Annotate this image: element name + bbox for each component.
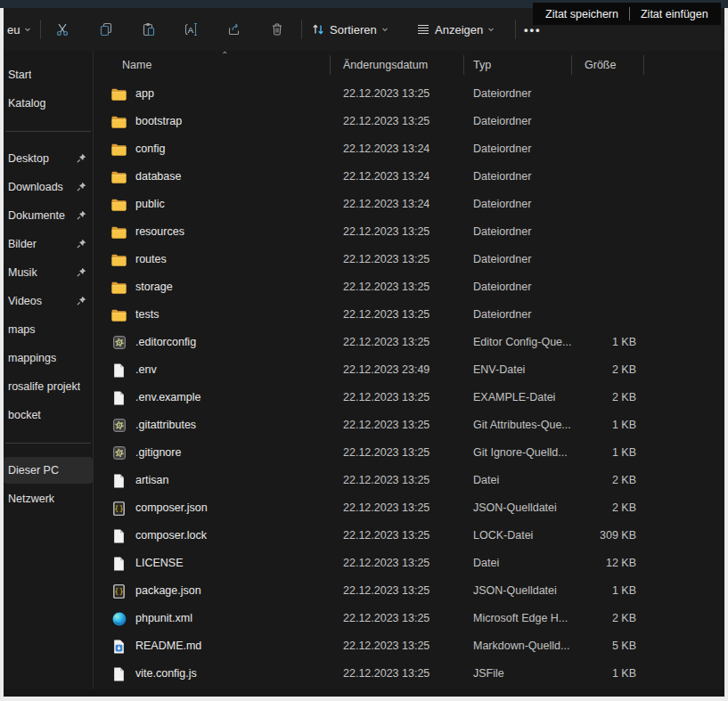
sidebar-item-mappings[interactable]: mappings bbox=[4, 345, 93, 371]
file-size: 2 KB bbox=[557, 612, 636, 624]
json-file-icon: {} bbox=[111, 583, 127, 599]
rename-button[interactable]: A bbox=[184, 13, 200, 45]
column-separator[interactable] bbox=[643, 55, 644, 75]
rename-icon: A bbox=[184, 21, 200, 37]
folder-icon bbox=[111, 252, 127, 267]
file-date: 22.12.2023 13:25 bbox=[343, 308, 429, 321]
file-row[interactable]: tests22.12.2023 13:25Dateiordner bbox=[94, 301, 724, 329]
sidebar-item-videos[interactable]: Videos bbox=[4, 288, 93, 314]
file-row[interactable]: resources22.12.2023 13:25Dateiordner bbox=[94, 218, 724, 246]
paste-button[interactable] bbox=[141, 13, 157, 45]
sidebar-item-maps[interactable]: maps bbox=[4, 316, 93, 343]
file-list: app22.12.2023 13:25Dateiordner bootstrap… bbox=[94, 80, 724, 688]
file-row[interactable]: vite.config.js22.12.2023 13:25JSFile1 KB bbox=[94, 660, 724, 688]
sidebar-item-bocket[interactable]: bocket bbox=[4, 402, 93, 428]
file-row[interactable]: phpunit.xml22.12.2023 13:25Microsoft Edg… bbox=[94, 605, 724, 632]
view-button[interactable]: Anzeigen bbox=[415, 13, 495, 45]
file-date: 22.12.2023 13:24 bbox=[343, 143, 429, 155]
column-header-name[interactable]: Name bbox=[122, 59, 151, 71]
file-type: Dateiordner bbox=[473, 170, 531, 183]
column-header-date[interactable]: Änderungsdatum bbox=[343, 59, 428, 71]
sidebar-item-rosalife-projekt[interactable]: rosalife projekt bbox=[4, 373, 93, 400]
file-name: storage bbox=[135, 281, 173, 293]
sidebar-item-musik[interactable]: Musik bbox=[4, 259, 93, 286]
column-separator[interactable] bbox=[330, 55, 331, 75]
file-row[interactable]: {} package.json22.12.2023 13:25JSON-Quel… bbox=[94, 577, 724, 605]
file-row[interactable]: .gitignore22.12.2023 13:25Git Ignore-Que… bbox=[94, 439, 724, 467]
file-size: 12 KB bbox=[557, 557, 636, 569]
sidebar-item-label: Musik bbox=[4, 266, 37, 279]
file-row[interactable]: app22.12.2023 13:25Dateiordner bbox=[94, 80, 724, 108]
column-header-size[interactable]: Größe bbox=[585, 59, 616, 71]
new-button[interactable]: eu bbox=[4, 13, 32, 45]
view-button-label: Anzeigen bbox=[435, 23, 483, 37]
file-size: 5 KB bbox=[557, 640, 636, 652]
file-row[interactable]: LICENSE22.12.2023 13:25Datei12 KB bbox=[94, 550, 724, 577]
file-date: 22.12.2023 13:24 bbox=[343, 170, 429, 183]
file-size: 1 KB bbox=[557, 419, 636, 431]
sidebar-item-label: Netzwerk bbox=[4, 493, 54, 505]
file-type: Dateiordner bbox=[473, 115, 531, 127]
file-row[interactable]: .gitattributes22.12.2023 13:25Git Attrib… bbox=[94, 412, 724, 439]
file-row[interactable]: config22.12.2023 13:24Dateiordner bbox=[94, 135, 724, 163]
sidebar-item-label: Videos bbox=[4, 295, 42, 307]
file-name: .env.example bbox=[135, 391, 200, 403]
sidebar-item-label: bocket bbox=[4, 409, 41, 421]
cut-button[interactable] bbox=[54, 13, 70, 45]
file-type: Datei bbox=[473, 474, 499, 486]
sidebar-item-downloads[interactable]: Downloads bbox=[4, 174, 93, 200]
file-row[interactable]: routes22.12.2023 13:25Dateiordner bbox=[94, 246, 724, 273]
edge-icon bbox=[111, 611, 127, 626]
file-date: 22.12.2023 13:25 bbox=[343, 281, 429, 293]
file-row[interactable]: .editorconfig22.12.2023 13:25Editor Conf… bbox=[94, 329, 724, 356]
delete-button[interactable] bbox=[269, 13, 285, 45]
file-type: EXAMPLE-Datei bbox=[473, 391, 555, 403]
file-row[interactable]: README.md22.12.2023 13:25Markdown-Quelld… bbox=[94, 632, 724, 660]
file-row[interactable]: .env22.12.2023 23:49ENV-Datei2 KB bbox=[94, 356, 724, 384]
file-row[interactable]: storage22.12.2023 13:25Dateiordner bbox=[94, 273, 724, 301]
share-button[interactable] bbox=[226, 13, 242, 45]
insert-citation-button[interactable]: Zitat einfügen bbox=[637, 8, 712, 20]
sidebar-divider bbox=[5, 443, 91, 444]
file-row[interactable]: public22.12.2023 13:24Dateiordner bbox=[94, 191, 724, 218]
sidebar-item-netzwerk[interactable]: Netzwerk bbox=[4, 485, 93, 512]
column-separator[interactable] bbox=[463, 55, 464, 75]
chevron-down-icon bbox=[380, 25, 389, 34]
copy-icon bbox=[98, 21, 114, 37]
file-row[interactable]: bootstrap22.12.2023 13:25Dateiordner bbox=[94, 108, 724, 135]
folder-icon bbox=[111, 224, 127, 240]
overlay-divider bbox=[629, 7, 630, 20]
sidebar-item-label: Dieser PC bbox=[4, 464, 59, 477]
save-citation-button[interactable]: Zitat speichern bbox=[542, 8, 622, 20]
toolbar-divider bbox=[515, 20, 516, 39]
chevron-down-icon bbox=[487, 25, 495, 34]
folder-icon bbox=[111, 142, 127, 157]
file-date: 22.12.2023 13:24 bbox=[343, 198, 429, 210]
json-file-icon: {} bbox=[111, 501, 127, 516]
sidebar-item-dieser-pc[interactable]: Dieser PC bbox=[4, 457, 93, 484]
file-row[interactable]: artisan22.12.2023 13:25Datei2 KB bbox=[94, 467, 724, 494]
folder-icon bbox=[111, 86, 127, 102]
file-icon bbox=[111, 363, 127, 378]
sidebar-item-desktop[interactable]: Desktop bbox=[4, 145, 93, 172]
sort-button[interactable]: Sortieren bbox=[310, 13, 389, 45]
column-separator[interactable] bbox=[571, 55, 572, 75]
file-row[interactable]: .env.example22.12.2023 13:25EXAMPLE-Date… bbox=[94, 384, 724, 412]
explorer-screen: eu bbox=[0, 0, 728, 701]
sidebar-item-label: Desktop bbox=[4, 152, 49, 165]
file-row[interactable]: database22.12.2023 13:24Dateiordner bbox=[94, 163, 724, 191]
copy-button[interactable] bbox=[98, 13, 114, 45]
sidebar-item-start[interactable]: Start bbox=[4, 61, 93, 88]
sort-icon bbox=[310, 21, 326, 37]
file-row[interactable]: composer.lock22.12.2023 13:25LOCK-Datei3… bbox=[94, 522, 724, 550]
sidebar-item-katalog[interactable]: Katalog bbox=[4, 90, 93, 117]
file-name: artisan bbox=[135, 474, 169, 486]
file-row[interactable]: {} composer.json22.12.2023 13:25JSON-Que… bbox=[94, 494, 724, 522]
file-name: .env bbox=[135, 363, 157, 376]
explorer-window: eu bbox=[4, 8, 724, 697]
sidebar-item-bilder[interactable]: Bilder bbox=[4, 231, 93, 257]
sidebar-item-dokumente[interactable]: Dokumente bbox=[4, 202, 93, 229]
column-header-type[interactable]: Typ bbox=[473, 59, 491, 71]
sidebar: StartKatalogDesktop Downloads Dokumente … bbox=[4, 51, 93, 697]
chevron-down-icon bbox=[23, 25, 32, 34]
